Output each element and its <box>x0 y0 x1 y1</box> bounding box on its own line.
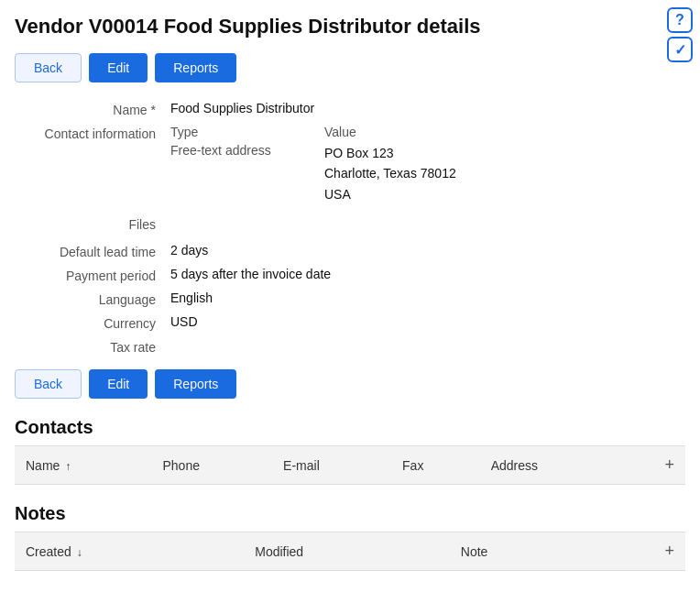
language-value: English <box>170 291 213 305</box>
help-icon[interactable]: ? <box>667 7 693 33</box>
files-row: Files <box>15 215 685 232</box>
contacts-col-address: Address <box>480 446 621 485</box>
contact-type-header: Type <box>170 125 280 139</box>
contacts-section: Contacts Name ↑ Phone E-mail Fax Address… <box>15 417 685 485</box>
toolbar-top: Back Edit Reports <box>15 53 685 82</box>
contacts-col-name-label: Name <box>26 458 60 473</box>
name-value: Food Supplies Distributor <box>170 101 314 115</box>
tax-rate-row: Tax rate <box>15 338 685 355</box>
payment-period-row: Payment period 5 days after the invoice … <box>15 267 685 283</box>
notes-section: Notes Created ↓ Modified Note + <box>15 503 685 571</box>
notes-col-modified: Modified <box>244 532 450 571</box>
toolbar-bottom: Back Edit Reports <box>15 369 685 399</box>
address-line2: Charlotte, Texas 78012 <box>324 163 456 183</box>
language-label: Language <box>15 291 170 307</box>
address-line3: USA <box>324 184 456 204</box>
free-text-label: Free-text address <box>170 143 280 204</box>
currency-row: Currency USD <box>15 314 685 331</box>
payment-period-label: Payment period <box>15 267 170 283</box>
contacts-col-phone: Phone <box>152 446 273 485</box>
payment-period-value: 5 days after the invoice date <box>170 267 331 281</box>
page-title: Vendor V00014 Food Supplies Distributor … <box>15 15 685 38</box>
notes-col-created-label: Created <box>26 544 71 559</box>
contacts-col-email: E-mail <box>272 446 391 485</box>
contacts-add-icon[interactable]: + <box>664 455 674 474</box>
help-icon-symbol: ? <box>675 12 684 28</box>
name-row: Name * Food Supplies Distributor <box>15 101 685 117</box>
lead-time-label: Default lead time <box>15 243 170 259</box>
notes-add-col: + <box>593 532 685 571</box>
tax-rate-label: Tax rate <box>15 338 170 355</box>
contact-info-content: Type Value Free-text address PO Box 123 … <box>170 125 456 208</box>
edit-button-top[interactable]: Edit <box>89 53 148 82</box>
contacts-heading: Contacts <box>15 417 685 438</box>
back-button-bottom[interactable]: Back <box>15 369 82 399</box>
language-row: Language English <box>15 291 685 307</box>
contacts-col-name: Name ↑ <box>15 446 152 485</box>
notes-col-created: Created ↓ <box>15 532 244 571</box>
name-label: Name * <box>15 101 170 117</box>
address-block: PO Box 123 Charlotte, Texas 78012 USA <box>324 143 456 204</box>
contact-value-header: Value <box>324 125 356 139</box>
created-sort-icon: ↓ <box>77 546 82 559</box>
notes-table: Created ↓ Modified Note + <box>15 532 685 571</box>
check-icon-btn[interactable]: ✓ <box>667 37 693 62</box>
notes-add-icon[interactable]: + <box>664 542 674 560</box>
contacts-table-header-row: Name ↑ Phone E-mail Fax Address + <box>15 446 685 485</box>
lead-time-value: 2 days <box>170 243 208 258</box>
currency-value: USD <box>170 314 198 329</box>
reports-button-top[interactable]: Reports <box>155 53 236 82</box>
edit-button-bottom[interactable]: Edit <box>89 369 148 399</box>
contacts-table: Name ↑ Phone E-mail Fax Address + <box>15 445 685 485</box>
contact-info-label: Contact information <box>15 125 170 141</box>
notes-table-header-row: Created ↓ Modified Note + <box>15 532 685 571</box>
lead-time-row: Default lead time 2 days <box>15 243 685 259</box>
reports-button-bottom[interactable]: Reports <box>155 369 236 399</box>
contact-info-row: Contact information Type Value Free-text… <box>15 125 685 208</box>
notes-heading: Notes <box>15 503 685 524</box>
files-label: Files <box>15 215 170 232</box>
currency-label: Currency <box>15 314 170 331</box>
contacts-add-col: + <box>621 446 686 485</box>
name-sort-icon: ↑ <box>65 460 71 473</box>
address-line1: PO Box 123 <box>324 143 456 163</box>
check-icon-symbol: ✓ <box>674 41 686 59</box>
notes-col-note: Note <box>450 532 593 571</box>
back-button-top[interactable]: Back <box>15 53 82 82</box>
detail-section: Name * Food Supplies Distributor Contact… <box>15 101 685 355</box>
contacts-col-fax: Fax <box>391 446 480 485</box>
